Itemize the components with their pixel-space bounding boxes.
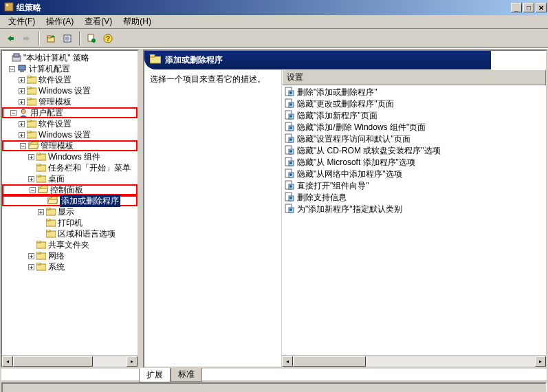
- list-item[interactable]: 隐藏"从 CD-ROM 或软盘安装程序"选项: [282, 145, 546, 157]
- minimize-button[interactable]: _: [511, 3, 522, 12]
- svg-rect-0: [5, 3, 13, 11]
- tree-item[interactable]: + 桌面: [2, 173, 138, 184]
- tree-scrollbar[interactable]: ◂ ▸: [2, 356, 138, 367]
- tree-item[interactable]: + 系统: [2, 261, 138, 272]
- list-item[interactable]: 删除支持信息: [282, 192, 546, 204]
- menu-action[interactable]: 操作(A): [41, 14, 79, 29]
- folder-icon: [150, 54, 161, 66]
- svg-rect-36: [36, 175, 41, 177]
- tab-extended[interactable]: 扩展: [139, 368, 171, 382]
- tree-label: 计算机配置: [29, 63, 70, 75]
- refresh-button[interactable]: [84, 31, 99, 46]
- up-button[interactable]: [43, 31, 58, 46]
- tree-item[interactable]: + 显示: [2, 206, 138, 217]
- scroll-left-icon[interactable]: ◂: [282, 356, 293, 367]
- tree-label: 区域和语言选项: [58, 228, 116, 240]
- properties-button[interactable]: [60, 31, 75, 46]
- svg-rect-50: [36, 252, 41, 254]
- detail-title: 添加或删除程序: [165, 54, 223, 66]
- tree-item[interactable]: 区域和语言选项: [2, 228, 138, 239]
- tree[interactable]: "本地计算机" 策略 − 计算机配置 + 软件设置 + Windows 设置 +…: [2, 51, 138, 274]
- svg-rect-46: [46, 230, 50, 232]
- tree-item[interactable]: 共享文件夹: [2, 239, 138, 250]
- expand-icon[interactable]: +: [28, 154, 34, 160]
- collapse-icon[interactable]: −: [9, 66, 15, 72]
- list-item[interactable]: 隐藏"添加新程序"页面: [282, 110, 546, 122]
- tree-computer-config[interactable]: − 计算机配置: [2, 63, 138, 74]
- svg-text:?: ?: [106, 35, 110, 43]
- column-header-settings[interactable]: 设置: [282, 69, 546, 85]
- list-item[interactable]: 为"添加新程序"指定默认类别: [282, 204, 546, 215]
- collapse-icon[interactable]: −: [20, 143, 26, 149]
- menu-view[interactable]: 查看(V): [79, 14, 118, 29]
- expand-icon[interactable]: +: [28, 176, 34, 182]
- list-item-label: 直接打开"组件向导": [297, 180, 369, 192]
- scroll-left-icon[interactable]: ◂: [2, 356, 13, 367]
- tree-label: 管理模板: [39, 96, 72, 108]
- menu-help[interactable]: 帮助(H): [118, 14, 157, 29]
- tree-label: 桌面: [48, 173, 65, 185]
- svg-marker-30: [28, 144, 39, 149]
- tree-root[interactable]: "本地计算机" 策略: [2, 52, 138, 63]
- expand-icon[interactable]: +: [28, 253, 34, 259]
- expand-icon[interactable]: +: [19, 132, 25, 138]
- list-item[interactable]: 隐藏"设置程序访问和默认"页面: [282, 133, 546, 145]
- tree-item[interactable]: + Windows 设置: [2, 85, 138, 96]
- expand-icon[interactable]: +: [19, 121, 25, 127]
- detail-tabs: 扩展 标准: [1, 369, 547, 381]
- list-item[interactable]: 隐藏"从 Microsoft 添加程序"选项: [282, 157, 546, 168]
- tree-item[interactable]: 打印机: [2, 217, 138, 228]
- expand-icon[interactable]: +: [19, 77, 25, 83]
- list-item[interactable]: 隐藏"更改或删除程序"页面: [282, 98, 546, 110]
- tree-label: 网络: [48, 250, 65, 262]
- policy-setting-icon: [285, 180, 294, 192]
- help-button[interactable]: ?: [100, 31, 116, 46]
- folder-icon: [46, 230, 56, 238]
- close-button[interactable]: ✕: [536, 3, 547, 12]
- list-item[interactable]: 隐藏"从网络中添加程序"选项: [282, 168, 546, 180]
- list-item[interactable]: 删除"添加或删除程序": [282, 87, 546, 98]
- list-scrollbar[interactable]: ◂ ▸: [282, 356, 546, 367]
- tree-item[interactable]: + Windows 设置: [2, 129, 138, 140]
- tree-item[interactable]: + 软件设置: [2, 74, 138, 85]
- toolbar: ?: [0, 29, 548, 48]
- tree-item[interactable]: + Windows 组件: [2, 151, 138, 162]
- tree-admin-templates[interactable]: − 管理模板: [2, 140, 138, 151]
- collapse-icon[interactable]: −: [10, 110, 17, 116]
- scroll-right-icon[interactable]: ▸: [127, 356, 138, 367]
- svg-rect-21: [27, 87, 31, 89]
- back-button[interactable]: [3, 31, 18, 46]
- splitter[interactable]: [140, 49, 142, 369]
- svg-point-66: [289, 127, 292, 129]
- maximize-button[interactable]: □: [523, 3, 534, 12]
- tree-add-remove-programs[interactable]: 添加或删除程序: [2, 195, 138, 206]
- menu-file[interactable]: 文件(F): [3, 14, 41, 29]
- folder-icon: [27, 131, 36, 139]
- window-title: 组策略: [17, 2, 509, 14]
- policy-setting-icon: [285, 192, 294, 204]
- forward-button[interactable]: [19, 31, 34, 46]
- tree-item[interactable]: + 软件设置: [2, 118, 138, 129]
- tree-item[interactable]: + 管理模板: [2, 96, 138, 107]
- tab-standard[interactable]: 标准: [171, 368, 202, 382]
- collapse-icon[interactable]: −: [30, 187, 36, 193]
- scroll-right-icon[interactable]: ▸: [535, 356, 546, 367]
- tree-label: 用户配置: [30, 107, 63, 119]
- tree-control-panel[interactable]: − 控制面板: [2, 184, 138, 195]
- policy-setting-icon: [285, 168, 294, 180]
- tree-item[interactable]: 任务栏和「开始」菜单: [2, 162, 138, 173]
- svg-point-69: [289, 138, 292, 141]
- expand-icon[interactable]: +: [19, 99, 25, 105]
- list-item[interactable]: 隐藏"添加/删除 Windows 组件"页面: [282, 122, 546, 133]
- expand-icon[interactable]: +: [28, 264, 34, 270]
- expand-icon[interactable]: +: [19, 88, 25, 94]
- list-item[interactable]: 直接打开"组件向导": [282, 180, 546, 192]
- svg-rect-54: [150, 54, 155, 57]
- tree-user-config[interactable]: − 用户配置: [2, 107, 138, 118]
- tree-pane: "本地计算机" 策略 − 计算机配置 + 软件设置 + Windows 设置 +…: [1, 50, 139, 368]
- list-item-label: 隐藏"从网络中添加程序"选项: [297, 168, 402, 180]
- expand-icon[interactable]: +: [38, 209, 44, 215]
- tree-item[interactable]: + 网络: [2, 250, 138, 261]
- svg-rect-1: [6, 4, 8, 6]
- svg-rect-2: [10, 37, 14, 40]
